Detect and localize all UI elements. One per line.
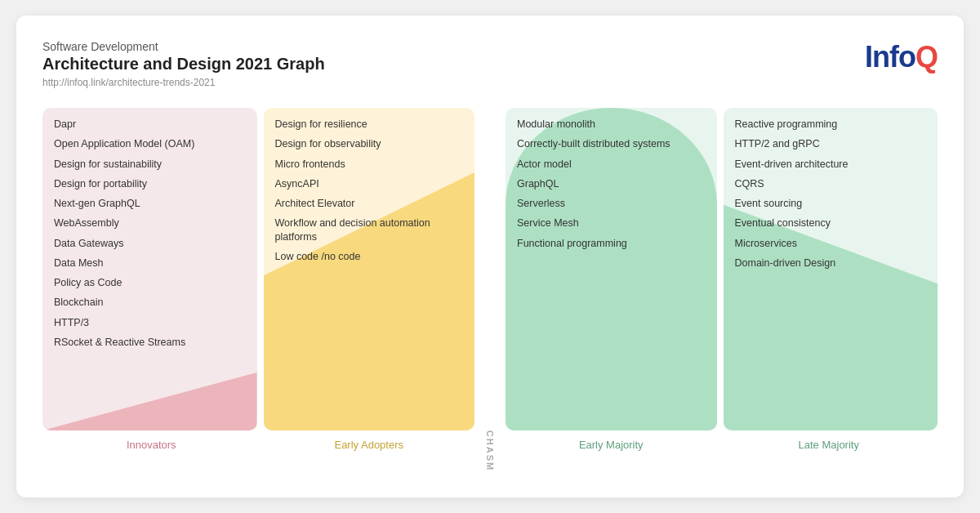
list-item: Architect Elevator bbox=[275, 197, 469, 210]
column-late-majority: Reactive programmingHTTP/2 and gRPCEvent… bbox=[720, 108, 938, 451]
main-title: Architecture and Design 2021 Graph bbox=[42, 55, 325, 74]
subtitle: Software Development bbox=[42, 40, 325, 53]
list-item: HTTP/2 and gRPC bbox=[735, 137, 932, 150]
list-item: Blockchain bbox=[54, 296, 251, 309]
list-item: Microservices bbox=[735, 237, 932, 250]
list-item: Domain-driven Design bbox=[735, 256, 932, 270]
list-item: Event-driven architecture bbox=[735, 158, 932, 171]
list-item: AsyncAPI bbox=[275, 177, 469, 190]
list-item: HTTP/3 bbox=[54, 316, 251, 329]
late-majority-label: Late Majority bbox=[720, 439, 938, 451]
list-item: GraphQL bbox=[517, 177, 710, 190]
header: Software Development Architecture and De… bbox=[42, 40, 938, 88]
early-majority-content: Modular monolithCorrectly-built distribu… bbox=[506, 108, 717, 430]
chasm-label: CHASM bbox=[485, 430, 495, 471]
column-innovators: DaprOpen Application Model (OAM)Design f… bbox=[42, 108, 261, 451]
list-item: Modular monolith bbox=[517, 118, 710, 131]
list-item: Workflow and decision automation platfor… bbox=[275, 216, 469, 243]
early-adopters-label: Early Adopters bbox=[261, 439, 479, 451]
list-item: Micro frontends bbox=[275, 158, 469, 171]
early-majority-items: Modular monolithCorrectly-built distribu… bbox=[517, 118, 710, 256]
list-item: Dapr bbox=[54, 118, 251, 131]
list-item: Event sourcing bbox=[735, 197, 932, 210]
early-adopters-items: Design for resilienceDesign for observab… bbox=[275, 118, 469, 270]
list-item: Open Application Model (OAM) bbox=[54, 137, 251, 150]
list-item: Low code /no code bbox=[275, 250, 469, 263]
header-url: http://infoq.link/architecture-trends-20… bbox=[42, 77, 325, 88]
column-early-majority: Modular monolithCorrectly-built distribu… bbox=[502, 108, 720, 451]
list-item: Actor model bbox=[517, 158, 710, 171]
column-early-adopters: Design for resilienceDesign for observab… bbox=[261, 108, 479, 451]
list-item: Serverless bbox=[517, 197, 710, 210]
list-item: Correctly-built distributed systems bbox=[517, 137, 710, 150]
late-majority-items: Reactive programmingHTTP/2 and gRPCEvent… bbox=[735, 118, 932, 276]
list-item: Data Mesh bbox=[54, 256, 251, 270]
chart-area: DaprOpen Application Model (OAM)Design f… bbox=[42, 108, 938, 451]
list-item: Service Mesh bbox=[517, 216, 710, 230]
early-adopters-content: Design for resilienceDesign for observab… bbox=[264, 108, 475, 430]
innovators-content: DaprOpen Application Model (OAM)Design f… bbox=[42, 108, 257, 430]
early-majority-label: Early Majority bbox=[502, 439, 720, 451]
header-text: Software Development Architecture and De… bbox=[42, 40, 325, 88]
infoq-logo: InfoQ bbox=[865, 40, 938, 74]
list-item: Next-gen GraphQL bbox=[54, 197, 251, 210]
list-item: Design for resilience bbox=[275, 118, 469, 131]
list-item: Policy as Code bbox=[54, 276, 251, 289]
list-item: Reactive programming bbox=[735, 118, 932, 131]
list-item: Design for sustainability bbox=[54, 158, 251, 171]
list-item: Design for portability bbox=[54, 177, 251, 190]
list-item: RSocket & Reactive Streams bbox=[54, 336, 251, 349]
list-item: Functional programming bbox=[517, 237, 710, 250]
list-item: CQRS bbox=[735, 177, 932, 190]
main-card: Software Development Architecture and De… bbox=[16, 16, 964, 497]
list-item: WebAssembly bbox=[54, 216, 251, 230]
innovators-items: DaprOpen Application Model (OAM)Design f… bbox=[54, 118, 251, 355]
list-item: Design for observability bbox=[275, 137, 469, 150]
list-item: Data Gateways bbox=[54, 237, 251, 250]
logo-q: Q bbox=[915, 40, 938, 74]
innovators-label: Innovators bbox=[42, 439, 261, 451]
list-item: Eventual consistency bbox=[735, 216, 932, 230]
late-majority-content: Reactive programmingHTTP/2 and gRPCEvent… bbox=[724, 108, 938, 430]
